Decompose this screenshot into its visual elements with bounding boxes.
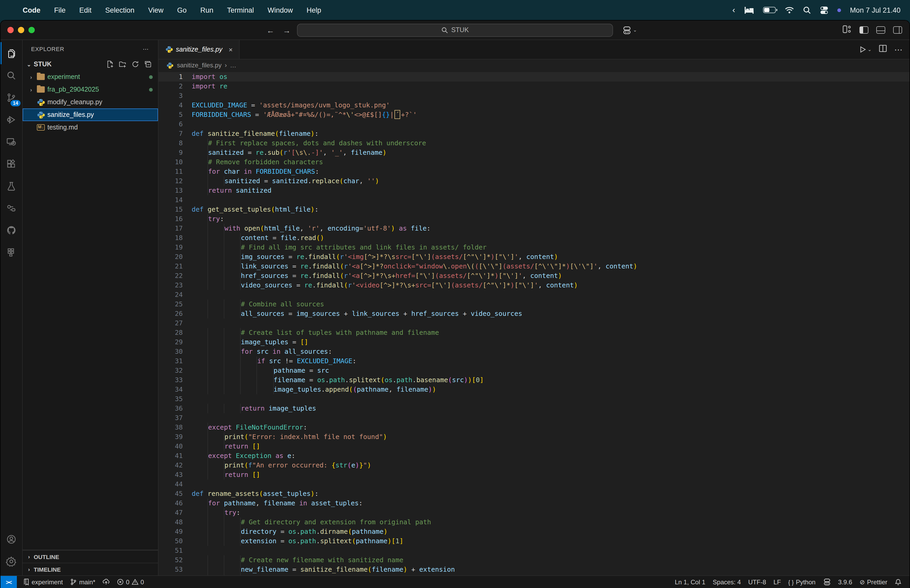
code-line[interactable]: 12 sanitized = sanitized.replace(char, '… <box>158 176 910 186</box>
code-line[interactable]: 15def get_asset_tuples(html_file): <box>158 205 910 214</box>
remote-indicator[interactable]: >< <box>0 576 17 588</box>
statusbar-branch[interactable]: main* <box>66 578 99 586</box>
statusbar-eol[interactable]: LF <box>770 578 785 586</box>
toggle-primary-sidebar-icon[interactable] <box>860 26 868 34</box>
outline-section[interactable]: › OUTLINE <box>23 550 158 563</box>
statusbar-copilot[interactable] <box>819 578 834 585</box>
code-line[interactable]: 7def sanitize_filename(filename): <box>158 129 910 139</box>
activitybar-settings-gear[interactable] <box>0 550 23 572</box>
toggle-panel-icon[interactable] <box>876 26 885 34</box>
code-line[interactable]: 6 <box>158 120 910 129</box>
zoom-window-button[interactable] <box>28 27 35 33</box>
code-line[interactable]: 22 href_sources = re.findall(r'<a[^>]*?\… <box>158 271 910 281</box>
menu-edit[interactable]: Edit <box>73 6 97 14</box>
control-center-icon[interactable] <box>820 6 828 14</box>
code-line[interactable]: 37 <box>158 413 910 423</box>
refresh-icon[interactable] <box>132 61 139 68</box>
battery-icon[interactable] <box>763 7 776 13</box>
activitybar-run-debug[interactable] <box>0 108 23 131</box>
tree-item-modify-cleanup[interactable]: modify_cleanup.py <box>23 96 158 108</box>
activitybar-docker[interactable] <box>0 241 23 263</box>
code-line[interactable]: 45def rename_assets(asset_tuples): <box>158 489 910 499</box>
activitybar-extensions[interactable] <box>0 153 23 175</box>
code-line[interactable]: 16 try: <box>158 214 910 224</box>
bed-icon[interactable] <box>744 6 754 13</box>
copilot-menu-button[interactable]: ⌄ <box>622 26 637 34</box>
menu-app[interactable]: Code <box>17 6 46 14</box>
nav-back-button[interactable]: ← <box>267 26 274 34</box>
toggle-secondary-sidebar-icon[interactable] <box>893 26 902 34</box>
code-line[interactable]: 26 all_sources = img_sources + link_sour… <box>158 309 910 318</box>
close-tab-icon[interactable]: × <box>229 45 233 53</box>
breadcrumb-file[interactable]: sanitize_files.py <box>177 61 221 69</box>
customize-layout-icon[interactable] <box>842 25 852 35</box>
menu-go[interactable]: Go <box>171 6 192 14</box>
wifi-icon[interactable] <box>785 6 794 13</box>
activitybar-remote-explorer[interactable] <box>0 131 23 153</box>
code-line[interactable]: 24 <box>158 290 910 299</box>
activitybar-testing[interactable] <box>0 175 23 197</box>
menubar-clock[interactable]: Mon 7 Jul 21.40 <box>850 6 900 14</box>
tree-item-testing-md[interactable]: M↓ testing.md <box>23 121 158 134</box>
run-python-file-button[interactable]: ⌄ <box>859 46 871 53</box>
explorer-section-stuk[interactable]: ⌄ STUK <box>23 58 158 71</box>
code-line[interactable]: 18 content = file.read() <box>158 233 910 243</box>
collapse-all-icon[interactable] <box>144 61 152 68</box>
code-line[interactable]: 4EXCLUDED_IMAGE = 'assets/images/uvm_log… <box>158 100 910 110</box>
code-line[interactable]: 32 pathname = src <box>158 366 910 375</box>
tree-item-fra-pb[interactable]: › fra_pb_29042025 <box>23 83 158 96</box>
activitybar-explorer[interactable] <box>0 42 23 64</box>
nav-forward-button[interactable]: → <box>283 26 291 34</box>
code-line[interactable]: 10 # Remove forbidden characters <box>158 157 910 167</box>
menu-selection[interactable]: Selection <box>100 6 141 14</box>
command-center-search[interactable]: STUK <box>297 23 613 37</box>
activitybar-search[interactable] <box>0 64 23 86</box>
minimize-window-button[interactable] <box>18 27 24 33</box>
menubar-chevron-icon[interactable]: ‹ <box>732 5 735 15</box>
code-line[interactable]: 13 return sanitized <box>158 186 910 195</box>
code-line[interactable]: 42 print(f"An error occurred: {str(e)}") <box>158 460 910 470</box>
code-line[interactable]: 21 link_sources = re.findall(r'<a[^>]*?o… <box>158 262 910 271</box>
breadcrumb[interactable]: sanitize_files.py › … <box>158 60 910 71</box>
editor-more-actions-icon[interactable]: ⋯ <box>894 44 903 55</box>
activitybar-live-share[interactable] <box>0 197 23 219</box>
statusbar-encoding[interactable]: UTF-8 <box>745 578 770 586</box>
code-line[interactable]: 31 if src != EXCLUDED_IMAGE: <box>158 356 910 366</box>
code-line[interactable]: 34 image_tuples.append((pathname, filena… <box>158 385 910 394</box>
code-line[interactable]: 46 for pathname, filename in asset_tuple… <box>158 499 910 508</box>
menu-help[interactable]: Help <box>301 6 327 14</box>
code-line[interactable]: 49 directory = os.path.dirname(pathname) <box>158 527 910 536</box>
code-line[interactable]: 25 # Combine all sources <box>158 299 910 309</box>
code-line[interactable]: 5FORBIDDEN_CHARS = 'ÆÅØæøå+"#¤%&/()=,¨^*… <box>158 110 910 120</box>
new-folder-icon[interactable] <box>119 61 126 68</box>
code-line[interactable]: 53 new_filename = sanitize_filename(file… <box>158 565 910 574</box>
code-line[interactable]: 43 return [] <box>158 470 910 480</box>
code-line[interactable]: 11 for char in FORBIDDEN_CHARS: <box>158 167 910 176</box>
code-line[interactable]: 27 <box>158 318 910 328</box>
code-line[interactable]: 41 except Exception as e: <box>158 451 910 460</box>
code-line[interactable]: 39 print("Error: index.html file not fou… <box>158 432 910 442</box>
statusbar-repo[interactable]: experiment <box>19 578 66 586</box>
code-line[interactable]: 2import re <box>158 82 910 91</box>
code-line[interactable]: 30 for src in all_sources: <box>158 347 910 356</box>
code-line[interactable]: 8 # First replace spaces, dots and dashe… <box>158 139 910 148</box>
split-editor-icon[interactable] <box>879 45 887 54</box>
activitybar-source-control[interactable]: 14 <box>0 86 23 108</box>
breadcrumb-tail[interactable]: … <box>230 61 236 69</box>
close-window-button[interactable] <box>7 27 14 33</box>
menu-window[interactable]: Window <box>262 6 299 14</box>
code-line[interactable]: 36 return image_tuples <box>158 404 910 413</box>
code-line[interactable]: 19 # Find all img src attributes and lin… <box>158 243 910 252</box>
code-line[interactable]: 1import os <box>158 72 910 82</box>
code-line[interactable]: 23 video_sources = re.findall(r'<video[^… <box>158 281 910 290</box>
code-line[interactable]: 52 # Create new filename with sanitized … <box>158 556 910 565</box>
activitybar-github[interactable] <box>0 219 23 241</box>
tree-item-experiment[interactable]: › experiment <box>23 71 158 83</box>
new-file-icon[interactable] <box>107 61 114 68</box>
statusbar-problems[interactable]: 0 0 <box>113 578 148 586</box>
code-line[interactable]: 33 filename = os.path.splitext(os.path.b… <box>158 375 910 385</box>
explorer-more-actions[interactable]: ⋯ <box>143 45 150 52</box>
statusbar-sync[interactable] <box>99 578 113 585</box>
statusbar-language[interactable]: { }Python <box>785 578 819 586</box>
code-line[interactable]: 3 <box>158 91 910 100</box>
